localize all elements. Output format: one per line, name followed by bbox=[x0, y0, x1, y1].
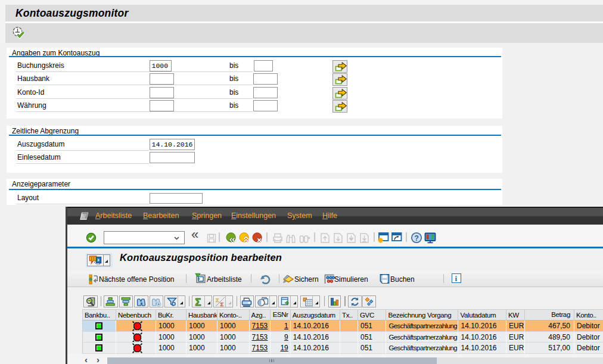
svg-text:Σ: Σ bbox=[195, 297, 201, 307]
svg-text:Σ: Σ bbox=[220, 301, 224, 307]
svg-text:Σ: Σ bbox=[216, 297, 219, 303]
svg-text:?: ? bbox=[414, 234, 419, 242]
